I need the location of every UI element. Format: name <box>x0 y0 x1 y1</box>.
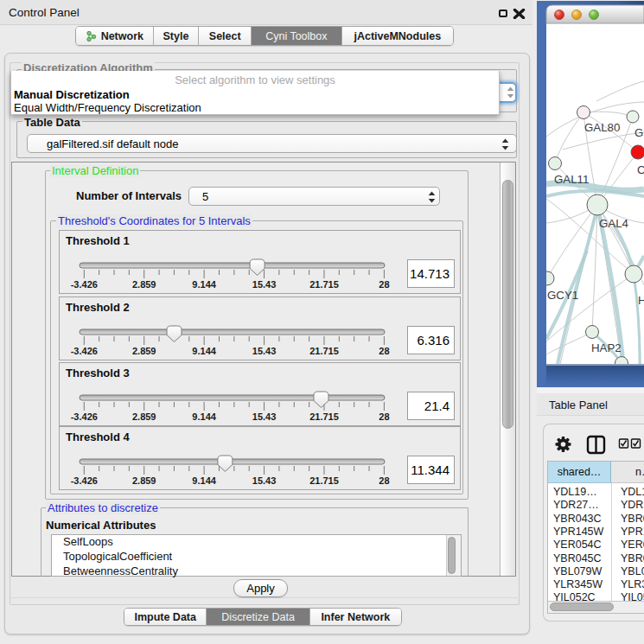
svg-text:9.144: 9.144 <box>192 475 216 486</box>
svg-text:9.144: 9.144 <box>192 346 216 356</box>
svg-text:15.43: 15.43 <box>252 475 277 486</box>
svg-text:GAL4: GAL4 <box>599 217 628 230</box>
svg-text:15.43: 15.43 <box>252 279 277 290</box>
svg-text:21.715: 21.715 <box>309 279 339 290</box>
svg-text:21.715: 21.715 <box>309 346 339 356</box>
svg-text:9.144: 9.144 <box>192 279 216 290</box>
svg-text:2.859: 2.859 <box>132 411 156 422</box>
svg-text:G: G <box>634 126 643 139</box>
svg-text:C: C <box>637 163 644 176</box>
svg-text:GAL11: GAL11 <box>554 173 589 186</box>
svg-text:28: 28 <box>379 346 389 356</box>
svg-text:2.859: 2.859 <box>132 475 156 486</box>
svg-text:9.144: 9.144 <box>192 411 216 422</box>
svg-text:HAP2: HAP2 <box>591 341 622 354</box>
svg-text:-3.426: -3.426 <box>71 279 98 290</box>
svg-text:21.715: 21.715 <box>309 411 339 422</box>
svg-text:-3.426: -3.426 <box>71 475 98 486</box>
svg-text:28: 28 <box>379 411 389 422</box>
svg-text:15.43: 15.43 <box>252 346 277 356</box>
svg-text:2.859: 2.859 <box>132 346 156 356</box>
svg-text:28: 28 <box>379 279 389 290</box>
svg-text:-3.426: -3.426 <box>71 346 98 356</box>
svg-text:2.859: 2.859 <box>132 279 156 290</box>
svg-text:21.715: 21.715 <box>309 475 339 486</box>
svg-text:28: 28 <box>379 475 389 486</box>
svg-text:H: H <box>638 294 644 307</box>
svg-text:GCY1: GCY1 <box>547 289 578 302</box>
svg-text:15.43: 15.43 <box>252 411 277 422</box>
svg-text:-3.426: -3.426 <box>71 411 98 422</box>
svg-text:GAL80: GAL80 <box>584 121 620 134</box>
